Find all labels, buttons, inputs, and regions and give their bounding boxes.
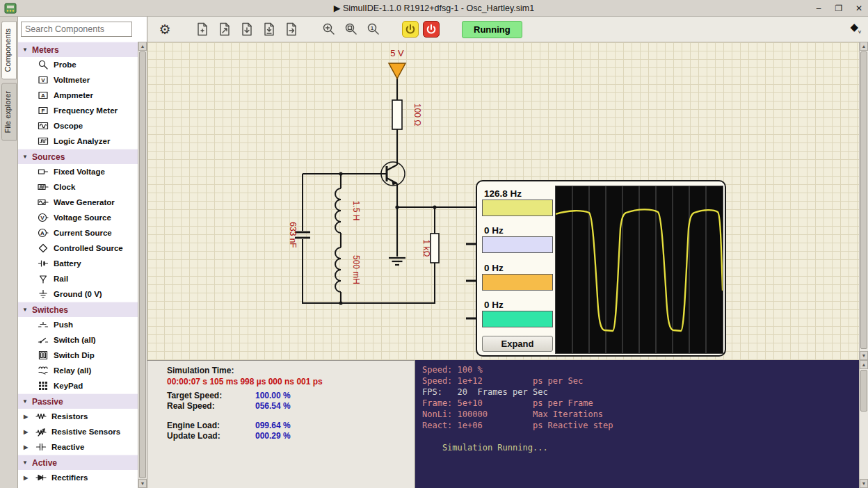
palette-item-rectifiers[interactable]: ▶Rectifiers [18, 470, 138, 485]
expand-arrow-icon[interactable]: ▶ [24, 429, 30, 435]
rail-5v[interactable]: 5 V [389, 48, 405, 79]
scrollbar-thumb[interactable] [139, 51, 146, 478]
stat-label: Update Load: [167, 431, 220, 441]
palette-item-probe[interactable]: Probe [18, 57, 138, 72]
palette-item-resistors[interactable]: ▶Resistors [18, 409, 138, 424]
palette-item-resistive-sensors[interactable]: ▶Resistive Sensors [18, 424, 138, 439]
zoom-selected-icon[interactable] [342, 20, 360, 38]
scroll-down-icon[interactable]: ▼ [138, 479, 147, 488]
frequency-meter[interactable]: 126.8 Hz 0 Hz 0 Hz 0 Hz Expand [476, 180, 726, 357]
zoom-fit-icon[interactable] [320, 20, 338, 38]
palette-item-ground[interactable]: Ground (0 V) [18, 286, 138, 302]
palette-category-switches[interactable]: ▼Switches [18, 302, 138, 317]
scrollbar-thumb[interactable] [860, 51, 867, 349]
scroll-down-icon[interactable]: ▼ [860, 351, 868, 360]
freq-bar [482, 274, 553, 291]
power-off-button[interactable] [423, 21, 440, 38]
tab-components[interactable]: Components [1, 21, 17, 79]
palette-item-wave-generator[interactable]: Wave Generator [18, 195, 138, 210]
palette-category-sources[interactable]: ▼Sources [18, 149, 138, 164]
palette-category-active[interactable]: ▼Active [18, 455, 138, 470]
settings-gear-icon[interactable]: ⚙ [156, 20, 174, 38]
scroll-up-icon[interactable]: ▲ [860, 42, 868, 51]
expand-arrow-icon[interactable]: ▶ [24, 414, 30, 420]
palette-item-reactive[interactable]: ▶Reactive [18, 439, 138, 455]
ground[interactable] [389, 258, 405, 265]
resistor-r2[interactable]: 1 kΩ [421, 234, 439, 263]
simulation-console[interactable]: Speed: 100 % Speed: 1e+12 ps per Sec FPS… [415, 360, 860, 488]
console-line [422, 431, 853, 442]
palette-item-rail[interactable]: Rail [18, 271, 138, 286]
open-circuit-icon[interactable] [216, 20, 234, 38]
switch-dip-icon [37, 350, 49, 361]
stat-label: Real Speed: [167, 401, 215, 411]
controlled-source-icon [37, 243, 49, 254]
rail-icon [37, 273, 49, 285]
expand-arrow-icon[interactable]: ▶ [24, 475, 30, 481]
ampmeter-icon: A [37, 90, 49, 101]
palette-category-passive[interactable]: ▼Passive [18, 393, 138, 409]
circuit-canvas[interactable]: 5 V 100 Ω 633 nF 1.5 H [147, 42, 860, 360]
svg-text:1.5 H: 1.5 H [351, 201, 361, 221]
svg-text:5 V: 5 V [390, 48, 404, 58]
info-icon[interactable]: ◆v [850, 21, 861, 35]
freq-bar [482, 236, 553, 253]
export-circuit-icon[interactable] [282, 20, 300, 38]
push-icon [37, 319, 49, 331]
junction-dots [339, 172, 436, 304]
search-components-input[interactable] [21, 22, 132, 37]
palette-item-voltage-source[interactable]: VVoltage Source [18, 210, 138, 225]
status-badge: Running [462, 21, 522, 38]
inductor-l1[interactable]: 1.5 H [335, 188, 361, 233]
palette-item-logic-analyzer[interactable]: Logic Analyzer [18, 133, 138, 149]
palette-item-oscope[interactable]: Oscope [18, 118, 138, 133]
scroll-down-icon[interactable]: ▼ [860, 479, 868, 488]
palette-scrollbar[interactable]: ▲ ▼ [138, 42, 147, 488]
power-on-button[interactable] [402, 21, 419, 38]
new-circuit-icon[interactable] [193, 20, 211, 38]
palette-item-fixed-voltage[interactable]: Fixed Voltage [18, 164, 138, 179]
palette-item-voltmeter[interactable]: VVoltmeter [18, 72, 138, 88]
svg-text:633 nF: 633 nF [288, 222, 298, 247]
clock-icon [37, 181, 49, 193]
console-scrollbar[interactable]: ▲ ▼ [859, 360, 868, 488]
freq-value: 0 Hz [484, 225, 504, 236]
restore-button[interactable]: ❐ [834, 3, 844, 13]
inductor-l2[interactable]: 500 mH [335, 247, 361, 292]
scroll-up-icon[interactable]: ▲ [860, 360, 868, 369]
scrollbar-thumb[interactable] [860, 370, 867, 412]
palette-item-ampmeter[interactable]: AAmpmeter [18, 88, 138, 103]
svg-text:F: F [41, 108, 45, 114]
palette-item-relay[interactable]: Relay (all) [18, 363, 138, 378]
palette-item-controlled-source[interactable]: Controlled Source [18, 241, 138, 256]
palette-item-switch[interactable]: Switch (all) [18, 332, 138, 348]
resistor-r1[interactable]: 100 Ω [392, 100, 422, 129]
zoom-one-icon[interactable]: 1 [364, 20, 383, 38]
minimize-button[interactable]: – [814, 3, 823, 13]
palette-item-battery[interactable]: Battery [18, 256, 138, 271]
palette-item-push[interactable]: Push [18, 317, 138, 332]
canvas-scrollbar[interactable]: ▲ ▼ [859, 42, 868, 360]
collapse-arrow-icon: ▼ [22, 307, 28, 313]
capacitor-c1[interactable]: 633 nF [288, 222, 310, 247]
expand-arrow-icon[interactable]: ▶ [24, 444, 30, 450]
rectifiers-icon [35, 472, 47, 484]
close-button[interactable]: ✕ [854, 3, 864, 13]
collapse-arrow-icon: ▼ [22, 459, 28, 466]
expand-button[interactable]: Expand [482, 336, 553, 352]
palette-item-clock[interactable]: Clock [18, 179, 138, 195]
tab-file-explorer[interactable]: File explorer [1, 83, 17, 141]
palette-item-frequency-meter[interactable]: FFrequency Meter [18, 103, 138, 118]
scroll-up-icon[interactable]: ▲ [138, 42, 147, 51]
titlebar: ▶ SimulIDE-1.1.0 R1912+dfsg-1 - Osc_Hart… [0, 0, 868, 17]
save-as-circuit-icon[interactable] [260, 20, 278, 38]
palette-item-keypad[interactable]: KeyPad [18, 378, 138, 393]
palette-item-switch-dip[interactable]: Switch Dip [18, 348, 138, 363]
svg-text:V: V [41, 77, 45, 83]
palette-item-current-source[interactable]: ACurrent Source [18, 225, 138, 241]
console-line: FPS: 20 Frames per Sec [422, 387, 853, 398]
palette-category-meters[interactable]: ▼Meters [18, 42, 138, 57]
save-circuit-icon[interactable] [238, 20, 256, 38]
svg-text:100 Ω: 100 Ω [412, 104, 422, 126]
wires[interactable] [303, 79, 476, 303]
